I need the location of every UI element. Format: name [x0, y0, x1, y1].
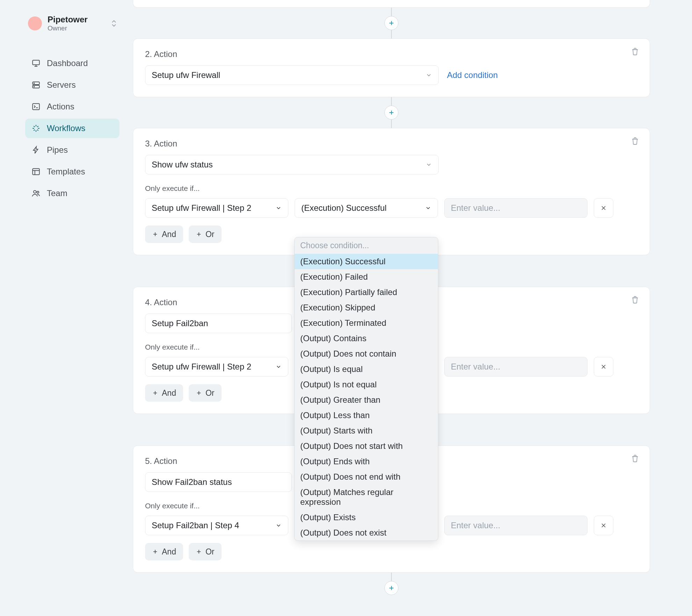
add-or-button[interactable]: Or [189, 384, 222, 402]
delete-step-button[interactable] [631, 295, 639, 304]
placeholder-text: Enter value... [451, 203, 500, 213]
dropdown-item[interactable]: (Output) Exists [295, 510, 438, 525]
dropdown-item[interactable]: (Output) Greater than [295, 392, 438, 408]
dropdown-item[interactable]: (Output) Starts with [295, 423, 438, 438]
action-select[interactable]: Setup ufw Firewall [145, 65, 439, 85]
condition-step-value: Setup ufw Firewall | Step 2 [152, 362, 251, 372]
condition-prefix-label: Only execute if... [145, 184, 638, 193]
dropdown-item[interactable]: (Output) Contains [295, 331, 438, 346]
org-role: Owner [48, 24, 106, 32]
plus-icon [196, 231, 202, 237]
condition-value-input[interactable]: Enter value... [444, 198, 588, 218]
chevron-down-icon [426, 72, 432, 78]
remove-condition-button[interactable] [594, 198, 613, 218]
delete-step-button[interactable] [631, 137, 639, 145]
svg-rect-0 [33, 60, 39, 65]
add-and-button[interactable]: And [145, 384, 183, 402]
updown-chevron-icon [111, 20, 117, 27]
dropdown-item[interactable]: (Output) Less than [295, 408, 438, 423]
sidebar-item-label: Dashboard [47, 58, 88, 68]
dropdown-item[interactable]: (Output) Is equal [295, 361, 438, 377]
condition-dropdown[interactable]: Choose condition... (Execution) Successf… [294, 237, 438, 541]
add-step-button[interactable] [384, 581, 398, 595]
connector [391, 120, 392, 128]
action-select-value: Setup Fail2ban [152, 318, 208, 328]
dropdown-search-placeholder[interactable]: Choose condition... [295, 237, 438, 254]
dropdown-item[interactable]: (Output) Does not contain [295, 346, 438, 361]
chevron-down-icon [275, 522, 282, 529]
sidebar-item-workflows[interactable]: Workflows [25, 119, 120, 138]
dropdown-item[interactable]: (Execution) Successful [295, 254, 438, 269]
plus-icon [196, 390, 202, 396]
button-label: And [162, 388, 176, 398]
dropdown-item[interactable]: (Output) Does not start with [295, 438, 438, 454]
add-and-button[interactable]: And [145, 225, 183, 243]
sidebar-item-servers[interactable]: Servers [25, 75, 120, 95]
condition-step-select[interactable]: Setup Fail2ban | Step 4 [145, 516, 288, 535]
button-label: Or [206, 547, 215, 557]
plus-icon [196, 549, 202, 555]
sidebar-item-pipes[interactable]: Pipes [25, 140, 120, 160]
terminal-icon [31, 102, 41, 111]
card-bottom-edge [133, 0, 650, 8]
monitor-icon [31, 59, 41, 68]
plus-icon [152, 231, 158, 237]
condition-type-value: (Execution) Successful [301, 203, 387, 213]
sidebar-item-label: Templates [47, 167, 85, 177]
add-step-button[interactable] [384, 106, 398, 120]
layout-icon [31, 167, 41, 176]
remove-condition-button[interactable] [594, 516, 613, 535]
condition-value-input[interactable]: Enter value... [444, 516, 588, 535]
add-or-button[interactable]: Or [189, 543, 222, 560]
dropdown-item[interactable]: (Output) Matches regular expression [295, 485, 438, 510]
sidebar-item-templates[interactable]: Templates [25, 162, 120, 181]
action-select[interactable]: Setup Fail2ban [145, 314, 292, 333]
connector [391, 97, 392, 106]
condition-step-value: Setup ufw Firewall | Step 2 [152, 203, 251, 213]
server-icon [31, 80, 41, 89]
chevron-down-icon [426, 162, 432, 168]
dropdown-item[interactable]: (Output) Is not equal [295, 377, 438, 392]
action-select[interactable]: Show ufw status [145, 155, 439, 174]
sidebar-item-label: Workflows [47, 123, 85, 133]
sidebar-item-label: Servers [47, 80, 76, 90]
action-select[interactable]: Show Fail2ban status [145, 472, 292, 492]
svg-point-3 [34, 83, 35, 84]
add-and-button[interactable]: And [145, 543, 183, 560]
dropdown-item[interactable]: (Execution) Skipped [295, 300, 438, 315]
add-condition-link[interactable]: Add condition [447, 70, 498, 80]
dropdown-item[interactable]: (Execution) Failed [295, 269, 438, 285]
sidebar-item-actions[interactable]: Actions [25, 97, 120, 116]
button-label: And [162, 230, 176, 239]
sidebar-item-dashboard[interactable]: Dashboard [25, 53, 120, 73]
svg-point-7 [34, 191, 36, 193]
placeholder-text: Enter value... [451, 521, 500, 530]
add-step-button[interactable] [384, 16, 398, 30]
condition-value-input[interactable]: Enter value... [444, 357, 588, 377]
condition-step-select[interactable]: Setup ufw Firewall | Step 2 [145, 198, 288, 218]
dropdown-item[interactable]: (Output) Does not exist [295, 525, 438, 540]
remove-condition-button[interactable] [594, 357, 613, 377]
chevron-down-icon [275, 205, 282, 211]
button-label: And [162, 547, 176, 557]
dropdown-item[interactable]: (Execution) Partially failed [295, 285, 438, 300]
sidebar-item-team[interactable]: Team [25, 184, 120, 203]
dropdown-item[interactable]: (Output) Ends with [295, 454, 438, 469]
bolt-icon [31, 145, 41, 155]
svg-rect-6 [33, 169, 39, 175]
delete-step-button[interactable] [631, 47, 639, 56]
sidebar-item-label: Pipes [47, 145, 68, 155]
sidebar-item-label: Actions [47, 102, 74, 112]
condition-step-value: Setup Fail2ban | Step 4 [152, 521, 239, 530]
dropdown-item[interactable]: (Execution) Terminated [295, 315, 438, 331]
condition-step-select[interactable]: Setup ufw Firewall | Step 2 [145, 357, 288, 377]
add-or-button[interactable]: Or [189, 225, 222, 243]
plus-icon [152, 390, 158, 396]
svg-rect-5 [33, 104, 39, 110]
delete-step-button[interactable] [631, 454, 639, 463]
org-name: Pipetower [48, 15, 106, 24]
dropdown-item[interactable]: (Output) Does not end with [295, 469, 438, 485]
org-switcher[interactable]: Pipetower Owner [25, 13, 120, 34]
condition-type-select[interactable]: (Execution) Successful [295, 198, 438, 218]
step-card-3: 3. Action Show ufw status Only execute i… [133, 128, 650, 255]
